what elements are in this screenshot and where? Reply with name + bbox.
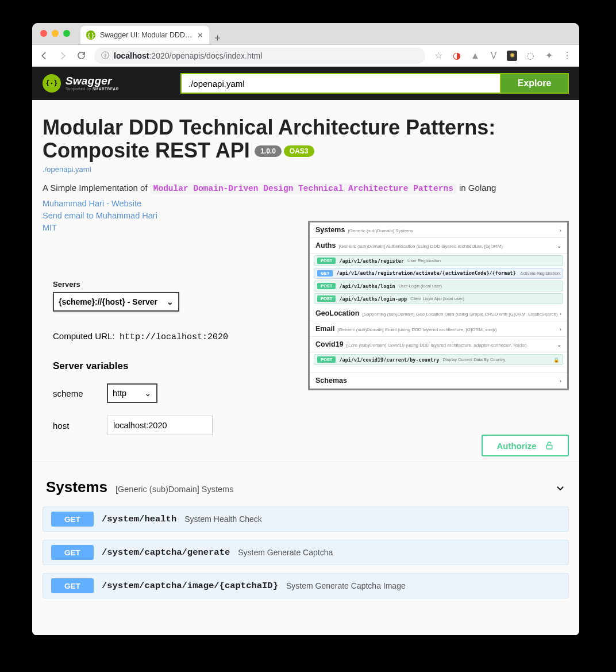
thumb-tag-geo: GeoLocation[Supporting (sub)Domain] Geo … bbox=[310, 306, 567, 321]
thumb-op: POST/api/v1/auths/login-appClient Login … bbox=[314, 293, 563, 304]
maximize-icon[interactable] bbox=[63, 30, 70, 37]
forward-icon bbox=[57, 51, 68, 61]
minimize-icon[interactable] bbox=[52, 30, 59, 37]
host-input[interactable] bbox=[107, 416, 213, 435]
tab-close-icon[interactable]: ✕ bbox=[197, 31, 203, 40]
scheme-label: scheme bbox=[53, 389, 94, 398]
server-select[interactable]: {scheme}://{host} - Server ⌄ bbox=[53, 292, 179, 312]
chevron-right-icon: › bbox=[560, 310, 561, 317]
chevron-down-icon: ⌄ bbox=[167, 297, 174, 306]
swagger-logo-icon: {·} bbox=[43, 74, 61, 93]
address-bar[interactable]: ⓘ localhost:2020/openapis/docs/index.htm… bbox=[94, 48, 425, 64]
thumb-op: GET/api/v1/auths/registration/activate/{… bbox=[314, 268, 563, 279]
lock-open-icon bbox=[545, 441, 554, 450]
operation-desc: System Generate Captcha Image bbox=[286, 581, 406, 590]
logo-subtext: Supported by SMARTBEAR bbox=[66, 87, 119, 91]
swagger-logo: {·} Swagger Supported by SMARTBEAR bbox=[43, 74, 119, 93]
operation-row[interactable]: GET /system/captcha/image/{captchaID} Sy… bbox=[43, 573, 569, 598]
tag-description: [Generic (sub)Domain] Systems bbox=[116, 485, 233, 494]
spec-link[interactable]: ./openapi.yaml bbox=[43, 165, 569, 174]
url-text: localhost:2020/openapis/docs/index.html bbox=[114, 51, 262, 60]
drive-icon[interactable]: ▲ bbox=[470, 51, 480, 61]
operation-row[interactable]: GET /system/captcha/generate System Gene… bbox=[43, 540, 569, 565]
thumb-tag-covid: Covid19[Core (sub)Domain] Covid19 (using… bbox=[310, 337, 567, 352]
operation-path: /system/captcha/image/{captchaID} bbox=[102, 581, 278, 591]
method-badge: GET bbox=[51, 545, 94, 560]
preview-thumbnail: Systems[Generic (sub)Domain] Systems › A… bbox=[308, 221, 569, 390]
swagger-content: Modular DDD Technical Architecture Patte… bbox=[32, 100, 579, 635]
back-icon[interactable] bbox=[39, 51, 49, 61]
oas-badge: OAS3 bbox=[284, 145, 314, 157]
method-badge: GET bbox=[51, 512, 94, 527]
operation-desc: System Generate Captcha bbox=[238, 548, 333, 557]
operation-row[interactable]: GET /system/health System Health Check bbox=[43, 506, 569, 532]
scheme-select[interactable]: http ⌄ bbox=[107, 383, 157, 403]
chevron-down-icon: ⌄ bbox=[557, 243, 561, 249]
operation-path: /system/health bbox=[102, 514, 176, 524]
operation-path: /system/captcha/generate bbox=[102, 547, 230, 558]
chevron-right-icon: › bbox=[560, 378, 561, 384]
browser-window: { } Swagger UI: Modular DDD Tec ✕ ＋ ⓘ lo… bbox=[32, 23, 579, 635]
thumb-op: POST/api/v1/auths/registerUser Registrat… bbox=[314, 255, 563, 266]
site-info-icon[interactable]: ⓘ bbox=[101, 51, 109, 61]
chevron-right-icon: › bbox=[560, 227, 561, 233]
close-icon[interactable] bbox=[40, 30, 47, 37]
tag-name: Systems bbox=[46, 478, 107, 496]
chevron-down-icon bbox=[555, 483, 565, 493]
reload-icon[interactable] bbox=[76, 51, 86, 61]
chevron-right-icon: › bbox=[560, 326, 561, 332]
info-section: Modular DDD Technical Architecture Patte… bbox=[32, 100, 579, 598]
chevron-down-icon: ⌄ bbox=[144, 389, 152, 398]
vue-icon[interactable]: V bbox=[488, 51, 499, 61]
new-tab-button[interactable]: ＋ bbox=[209, 31, 225, 44]
tag-header[interactable]: Systems [Generic (sub)Domain] Systems bbox=[46, 478, 565, 496]
host-label: host bbox=[53, 421, 94, 431]
thumb-schemas: Schemas› bbox=[310, 373, 567, 389]
toolbar-right: ☆ ◑ ▲ V ✺ ◌ ✦ ⋮ bbox=[433, 51, 572, 61]
thumb-op: POST/api/v1/auths/loginUser Login (local… bbox=[314, 281, 563, 291]
tag-systems: Systems [Generic (sub)Domain] Systems GE… bbox=[32, 462, 579, 598]
browser-titlebar: { } Swagger UI: Modular DDD Tec ✕ ＋ bbox=[32, 23, 579, 45]
method-badge: GET bbox=[51, 578, 94, 593]
thumb-tag-email: Email[Generic (sub)Domain] Email (using … bbox=[310, 321, 567, 337]
thumb-tag-systems: Systems[Generic (sub)Domain] Systems › bbox=[310, 222, 567, 238]
spec-url-input[interactable] bbox=[180, 73, 500, 94]
profile-icon[interactable]: ◌ bbox=[525, 51, 536, 61]
thumb-tag-auths: Auths[Generic (sub)Domain] Authenticatio… bbox=[310, 238, 567, 254]
version-badge: 1.0.0 bbox=[255, 145, 282, 157]
api-description: A Simple Implementation of Modular Domai… bbox=[43, 183, 569, 193]
react-ext-icon[interactable]: ✺ bbox=[507, 51, 517, 61]
extensions-icon[interactable]: ✦ bbox=[544, 51, 554, 61]
chevron-down-icon: ⌄ bbox=[557, 341, 561, 348]
menu-icon[interactable]: ⋮ bbox=[562, 51, 572, 61]
thumb-op: POST/api/v1/covid19/current/by-countryDi… bbox=[314, 354, 563, 365]
swagger-favicon-icon: { } bbox=[86, 30, 95, 40]
tab-title: Swagger UI: Modular DDD Tec bbox=[100, 31, 192, 39]
browser-tab[interactable]: { } Swagger UI: Modular DDD Tec ✕ bbox=[80, 26, 209, 44]
lock-icon: 🔒 bbox=[553, 357, 560, 363]
logo-text: Swagger bbox=[66, 75, 119, 86]
ublock-icon[interactable]: ◑ bbox=[452, 51, 462, 61]
star-icon[interactable]: ☆ bbox=[433, 51, 444, 61]
traffic-lights bbox=[40, 30, 70, 37]
swagger-header: {·} Swagger Supported by SMARTBEAR Explo… bbox=[32, 67, 579, 100]
browser-toolbar: ⓘ localhost:2020/openapis/docs/index.htm… bbox=[32, 45, 579, 67]
svg-rect-0 bbox=[546, 445, 552, 449]
author-website-link[interactable]: Muhammad Hari - Website bbox=[43, 198, 569, 210]
operation-desc: System Health Check bbox=[184, 514, 262, 524]
authorize-button[interactable]: Authorize bbox=[482, 435, 569, 456]
explore-button[interactable]: Explore bbox=[500, 73, 569, 94]
